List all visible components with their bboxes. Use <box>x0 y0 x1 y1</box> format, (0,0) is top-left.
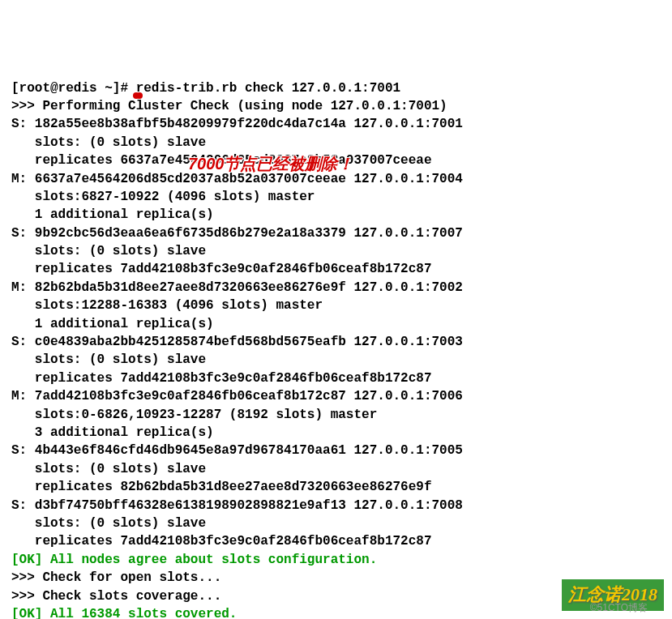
terminal-prompt-line: [root@redis ~]# redis-trib.rb check 127.… <box>11 79 661 97</box>
node-slots: slots:0-6826,10923-12287 (8192 slots) ma… <box>11 406 661 424</box>
node-line: M: 7add42108b3fc3e9c0af2846fb06ceaf8b172… <box>11 387 661 405</box>
node-line: M: 82b62bda5b31d8ee27aee8d7320663ee86276… <box>11 279 661 297</box>
node-slots: slots:6827-10922 (4096 slots) master <box>11 188 661 206</box>
node-line: S: c0e4839aba2bb4251285874befd568bd5675e… <box>11 333 661 351</box>
node-slots: slots: (0 slots) slave <box>11 134 661 152</box>
node-extra: replicates 7add42108b3fc3e9c0af2846fb06c… <box>11 532 661 550</box>
node-line: S: 4b443e6f846cfd46db9645e8a97d96784170a… <box>11 442 661 459</box>
node-extra: 3 additional replica(s) <box>11 424 661 442</box>
watermark-copyright: ©51CTO博客 <box>590 601 648 615</box>
node-extra: 1 additional replica(s) <box>11 315 661 333</box>
node-slots: slots:12288-16383 (4096 slots) master <box>11 297 661 314</box>
node-extra: replicates 7add42108b3fc3e9c0af2846fb06c… <box>11 369 661 387</box>
node-slots: slots: (0 slots) slave <box>11 460 661 478</box>
node-line: S: 9b92cbc56d3eaa6ea6f6735d86b279e2a18a3… <box>11 224 661 242</box>
node-extra: replicates 82b62bda5b31d8ee27aee8d732066… <box>11 478 661 496</box>
node-extra: replicates 7add42108b3fc3e9c0af2846fb06c… <box>11 260 661 278</box>
node-slots: slots: (0 slots) slave <box>11 514 661 532</box>
cluster-check-header: >>> Performing Cluster Check (using node… <box>11 97 661 115</box>
node-line: S: d3bf74750bff46328e6138198902898821e9a… <box>11 497 661 514</box>
command-underlined: redis-trib.rb check 127.0.0.1:7001 <box>136 81 400 96</box>
annotation-text: 7000节点已经被删除！ <box>188 152 354 175</box>
node-extra: 1 additional replica(s) <box>11 206 661 224</box>
ok-slots-config: [OK] All nodes agree about slots configu… <box>11 551 661 569</box>
node-slots: slots: (0 slots) slave <box>11 242 661 260</box>
node-slots: slots: (0 slots) slave <box>11 351 661 369</box>
node-line: S: 182a55ee8b38afbf5b48209979f220dc4da7c… <box>11 115 661 133</box>
